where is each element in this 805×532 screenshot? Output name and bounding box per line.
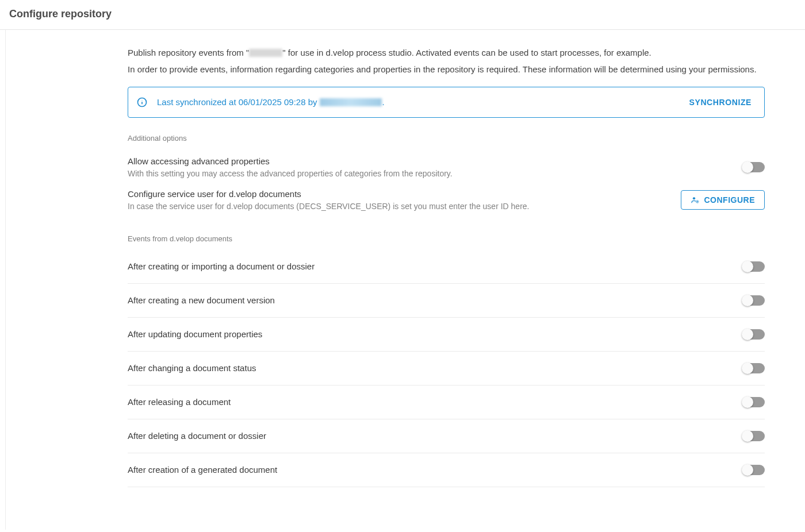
event-label: After changing a document status	[128, 363, 256, 373]
option-advanced-title: Allow accessing advanced properties	[128, 156, 453, 166]
event-label: After deleting a document or dossier	[128, 431, 266, 441]
page-header: Configure repository	[0, 0, 805, 30]
svg-point-2	[142, 100, 143, 101]
toggle-event-delete[interactable]	[743, 431, 765, 441]
configure-button-label: CONFIGURE	[704, 195, 756, 205]
sync-text-suffix: .	[382, 97, 385, 107]
events-list: After creating or importing a document o…	[128, 253, 765, 487]
toggle-event-release[interactable]	[743, 397, 765, 407]
svg-point-3	[692, 197, 695, 199]
user-gear-icon	[691, 195, 700, 205]
configure-service-user-button[interactable]: CONFIGURE	[681, 190, 765, 210]
page-title: Configure repository	[9, 8, 796, 20]
event-row: After creating or importing a document o…	[128, 253, 765, 284]
svg-point-4	[696, 201, 697, 202]
event-label: After creation of a generated document	[128, 465, 277, 475]
event-row: After updating document properties	[128, 318, 765, 352]
sync-user-redacted	[320, 98, 382, 106]
intro-p1-prefix: Publish repository events from "	[128, 48, 249, 57]
toggle-event-create-import[interactable]	[743, 261, 765, 272]
option-service-user-title: Configure service user for d.velop docum…	[128, 189, 530, 199]
event-row: After creation of a generated document	[128, 453, 765, 487]
sync-info-text: Last synchronized at 06/01/2025 09:28 by…	[157, 97, 385, 107]
event-row: After releasing a document	[128, 385, 765, 419]
event-row: After creating a new document version	[128, 284, 765, 318]
event-label: After updating document properties	[128, 329, 262, 339]
sync-info-banner: Last synchronized at 06/01/2025 09:28 by…	[128, 87, 765, 118]
event-label: After creating a new document version	[128, 295, 275, 305]
event-row: After deleting a document or dossier	[128, 419, 765, 453]
intro-paragraph-1: Publish repository events from "" for us…	[128, 46, 765, 59]
toggle-advanced-properties[interactable]	[743, 162, 765, 172]
option-service-user-desc: In case the service user for d.velop doc…	[128, 201, 530, 211]
additional-options-label: Additional options	[128, 134, 765, 142]
sync-text-prefix: Last synchronized at 06/01/2025 09:28 by	[157, 97, 317, 107]
toggle-event-change-status[interactable]	[743, 363, 765, 373]
repository-name-redacted	[249, 49, 282, 57]
event-label: After creating or importing a document o…	[128, 261, 315, 271]
toggle-event-new-version[interactable]	[743, 295, 765, 306]
main-content: Publish repository events from "" for us…	[6, 30, 776, 530]
intro-p1-suffix: " for use in d.velop process studio. Act…	[282, 48, 651, 57]
toggle-event-generated-doc[interactable]	[743, 465, 765, 475]
intro-paragraph-2: In order to provide events, information …	[128, 63, 765, 76]
option-advanced-desc: With this setting you may access the adv…	[128, 168, 453, 179]
option-service-user: Configure service user for d.velop docum…	[128, 186, 765, 218]
events-section-label: Events from d.velop documents	[128, 234, 765, 243]
info-icon	[136, 97, 148, 108]
left-rail	[0, 30, 6, 530]
event-row: After changing a document status	[128, 352, 765, 385]
toggle-event-update-properties[interactable]	[743, 329, 765, 340]
event-label: After releasing a document	[128, 397, 231, 407]
synchronize-button[interactable]: SYNCHRONIZE	[687, 94, 754, 110]
option-advanced-properties: Allow accessing advanced properties With…	[128, 153, 765, 186]
